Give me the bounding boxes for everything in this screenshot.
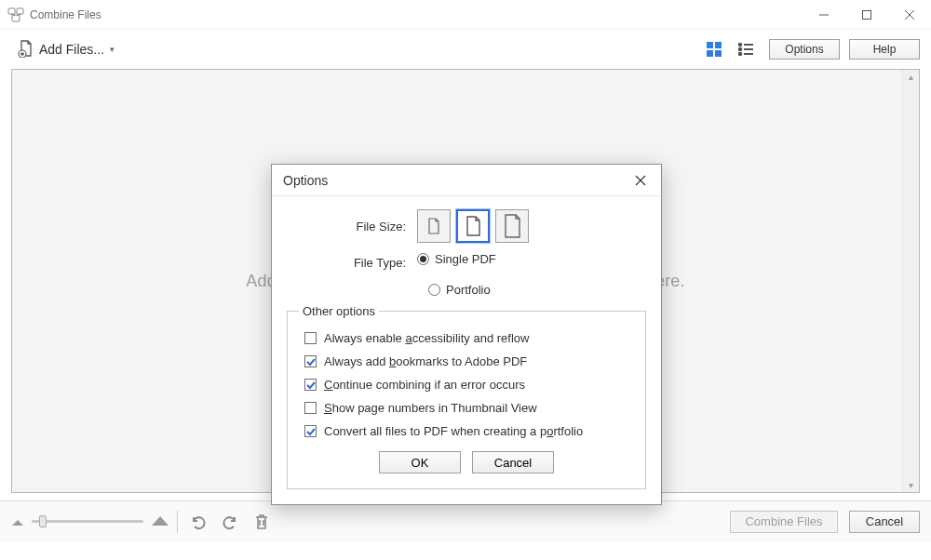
checkbox-show-page-numbers[interactable]: Show page numbers in Thumbnail View (304, 401, 634, 415)
checkbox-icon (304, 402, 317, 414)
checkbox-icon (304, 379, 317, 391)
file-type-group: Single PDF (417, 252, 496, 273)
checkbox-convert-portfolio-pdf[interactable]: Convert all files to PDF when creating a… (304, 424, 634, 438)
scroll-down-icon[interactable]: ▾ (909, 480, 913, 490)
svg-rect-3 (863, 10, 871, 19)
radio-label: Portfolio (446, 283, 491, 297)
options-dialog: Options File Size: (271, 164, 662, 505)
options-button[interactable]: Options (769, 39, 840, 60)
redo-button[interactable] (217, 509, 243, 535)
checkbox-continue-on-error[interactable]: Continue combining if an error occurs (304, 378, 634, 392)
checkbox-accessibility[interactable]: Always enable accessibility and reflow (304, 331, 634, 345)
svg-point-11 (739, 53, 742, 56)
zoom-large-icon (151, 513, 169, 530)
svg-point-9 (739, 44, 742, 47)
checkbox-label: Continue combining if an error occurs (324, 378, 525, 392)
dialog-close-button[interactable] (629, 169, 652, 192)
checkbox-label: Convert all files to PDF when creating a… (324, 424, 583, 438)
dialog-title: Options (283, 173, 629, 188)
file-size-large-button[interactable] (495, 209, 529, 243)
help-button[interactable]: Help (849, 39, 920, 60)
maximize-button[interactable] (845, 0, 888, 30)
file-size-label: File Size: (287, 220, 417, 233)
file-type-portfolio-radio[interactable]: Portfolio (428, 283, 646, 297)
file-size-group (417, 209, 529, 243)
dialog-title-bar: Options (272, 165, 661, 196)
dialog-cancel-button[interactable]: Cancel (472, 451, 554, 473)
checkbox-icon (304, 355, 317, 367)
checkbox-bookmarks[interactable]: Always add bookmarks to Adobe PDF (304, 354, 634, 368)
svg-rect-6 (715, 42, 722, 48)
undo-button[interactable] (185, 509, 211, 535)
cancel-button[interactable]: Cancel (849, 511, 920, 533)
checkbox-label: Always enable accessibility and reflow (324, 331, 529, 345)
chevron-down-icon: ▾ (110, 45, 115, 54)
divider (177, 511, 178, 533)
checkbox-label: Show page numbers in Thumbnail View (324, 401, 537, 415)
scroll-up-icon[interactable]: ▴ (909, 72, 913, 82)
vertical-scrollbar[interactable]: ▴ ▾ (902, 70, 919, 492)
dialog-ok-button[interactable]: OK (379, 451, 461, 473)
svg-rect-2 (12, 15, 20, 21)
svg-rect-5 (707, 42, 713, 48)
file-type-single-pdf-radio[interactable]: Single PDF (417, 252, 496, 266)
thumbnail-view-button[interactable] (702, 37, 726, 61)
window-title: Combine Files (30, 8, 803, 21)
file-size-small-button[interactable] (417, 209, 451, 243)
svg-rect-8 (715, 50, 722, 57)
bottom-bar: Combine Files Cancel (0, 500, 931, 541)
dialog-footer: OK Cancel (299, 438, 634, 477)
svg-point-10 (739, 48, 742, 51)
add-file-icon (17, 39, 35, 60)
close-button[interactable] (888, 0, 931, 30)
svg-rect-7 (707, 50, 713, 57)
radio-icon (417, 253, 429, 265)
zoom-small-icon (11, 513, 24, 530)
zoom-slider[interactable] (11, 513, 169, 530)
title-bar: Combine Files (0, 0, 931, 30)
file-size-medium-button[interactable] (456, 209, 490, 243)
checkbox-icon (304, 425, 317, 437)
checkbox-icon (304, 332, 317, 344)
other-options-legend: Other options (299, 304, 379, 318)
dialog-body: File Size: File Type: (272, 196, 661, 504)
other-options-group: Other options Always enable accessibilit… (287, 304, 646, 489)
minimize-button[interactable] (803, 0, 845, 30)
window-controls (803, 0, 931, 30)
delete-button[interactable] (249, 509, 275, 535)
radio-label: Single PDF (435, 252, 496, 266)
combine-files-button[interactable]: Combine Files (730, 511, 838, 533)
radio-icon (428, 284, 440, 296)
add-files-dropdown[interactable]: Add Files... ▾ (11, 35, 120, 64)
main-area: Add files using the dropdown or drag and… (0, 69, 931, 500)
file-type-label: File Type: (287, 256, 417, 270)
add-files-label: Add Files... (39, 42, 104, 57)
slider-track[interactable] (32, 520, 143, 523)
slider-thumb[interactable] (39, 515, 47, 527)
list-view-button[interactable] (734, 37, 758, 61)
svg-rect-1 (17, 8, 23, 14)
app-icon (7, 7, 24, 23)
svg-rect-0 (8, 8, 15, 14)
toolbar: Add Files... ▾ Options Help (0, 30, 931, 69)
checkbox-label: Always add bookmarks to Adobe PDF (324, 354, 527, 368)
